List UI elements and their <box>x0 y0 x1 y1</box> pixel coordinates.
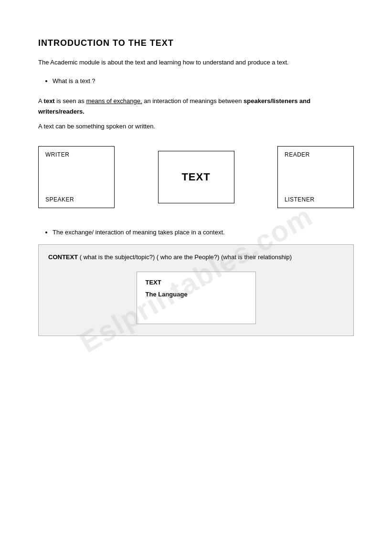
page: Eslprintables.com INTRODUCTION TO THE TE… <box>0 0 392 558</box>
left-box-writer: WRITER <box>45 151 107 158</box>
left-box-speaker: SPEAKER <box>45 196 107 203</box>
context-bullet-item: The exchange/ interaction of meaning tak… <box>53 227 354 238</box>
center-box-text: TEXT <box>181 171 210 183</box>
bullet-item-question: What is a text ? <box>53 75 354 86</box>
inner-text-subtitle: The Language <box>146 291 247 298</box>
context-label-bold: CONTEXT <box>48 253 78 261</box>
inner-text-box: TEXT The Language <box>137 272 256 324</box>
right-box: READER LISTENER <box>277 146 354 208</box>
def-part1: A <box>38 97 44 105</box>
center-box: TEXT <box>158 151 234 203</box>
def-part3: an interaction of meanings between <box>142 97 244 105</box>
context-outer-box: CONTEXT ( what is the subject/topic?) ( … <box>38 244 354 336</box>
context-label: CONTEXT ( what is the subject/topic?) ( … <box>48 253 344 262</box>
def-part2: is seen as <box>55 97 86 105</box>
context-bullet-list: The exchange/ interaction of meaning tak… <box>53 227 354 238</box>
bullet-list: What is a text ? <box>53 75 354 86</box>
def-bold1: text <box>44 97 55 105</box>
inner-text-title: TEXT <box>146 279 247 286</box>
left-box: WRITER SPEAKER <box>38 146 115 208</box>
definition-block: A text is seen as means of exchange, an … <box>38 96 354 117</box>
can-be-text: A text can be something spoken or writte… <box>38 122 354 132</box>
diagram-section: WRITER SPEAKER TEXT READER LISTENER <box>38 146 354 208</box>
def-underline: means of exchange, <box>86 97 142 105</box>
context-label-normal: ( what is the subject/topic?) ( who are … <box>78 253 292 261</box>
page-title: INTRODUCTION TO THE TEXT <box>38 38 354 48</box>
right-box-reader: READER <box>285 151 347 158</box>
right-box-listener: LISTENER <box>285 196 347 203</box>
intro-text: The Academic module is about the text an… <box>38 58 354 68</box>
